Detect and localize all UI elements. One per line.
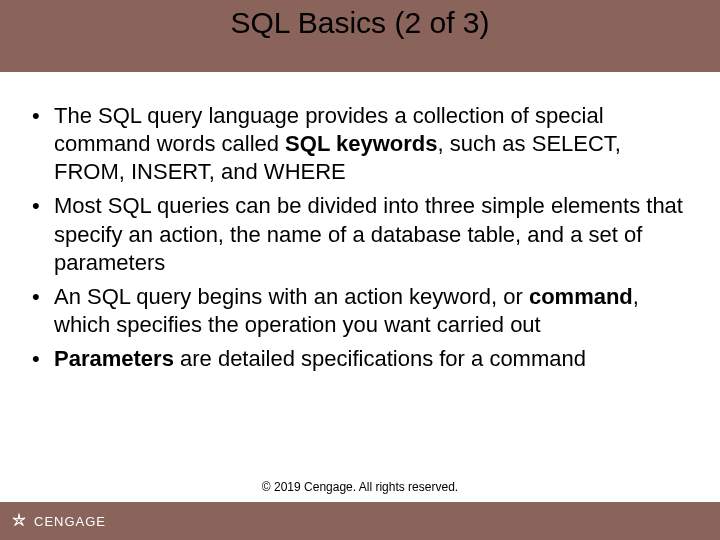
- footer-bar: © 2019 Cengage. All rights reserved. CEN…: [0, 502, 720, 540]
- title-band: SQL Basics (2 of 3): [0, 0, 720, 72]
- bullet-item: Parameters are detailed specifications f…: [26, 345, 694, 373]
- bullet-item: The SQL query language provides a collec…: [26, 102, 694, 186]
- bullet-item: Most SQL queries can be divided into thr…: [26, 192, 694, 276]
- star-icon: [10, 512, 28, 530]
- bullet-bold: command: [529, 284, 633, 309]
- slide: SQL Basics (2 of 3) The SQL query langua…: [0, 0, 720, 540]
- bullet-list: The SQL query language provides a collec…: [26, 102, 694, 373]
- bullet-text: Most SQL queries can be divided into thr…: [54, 193, 683, 274]
- brand-name: CENGAGE: [34, 514, 106, 529]
- bullet-text: An SQL query begins with an action keywo…: [54, 284, 529, 309]
- copyright-text: © 2019 Cengage. All rights reserved.: [0, 480, 720, 494]
- bullet-bold: Parameters: [54, 346, 174, 371]
- bullet-text: are detailed specifications for a comman…: [174, 346, 586, 371]
- bullet-item: An SQL query begins with an action keywo…: [26, 283, 694, 339]
- brand-logo: CENGAGE: [10, 512, 106, 530]
- content-area: The SQL query language provides a collec…: [0, 72, 720, 540]
- bullet-bold: SQL keywords: [285, 131, 437, 156]
- slide-title: SQL Basics (2 of 3): [231, 6, 490, 40]
